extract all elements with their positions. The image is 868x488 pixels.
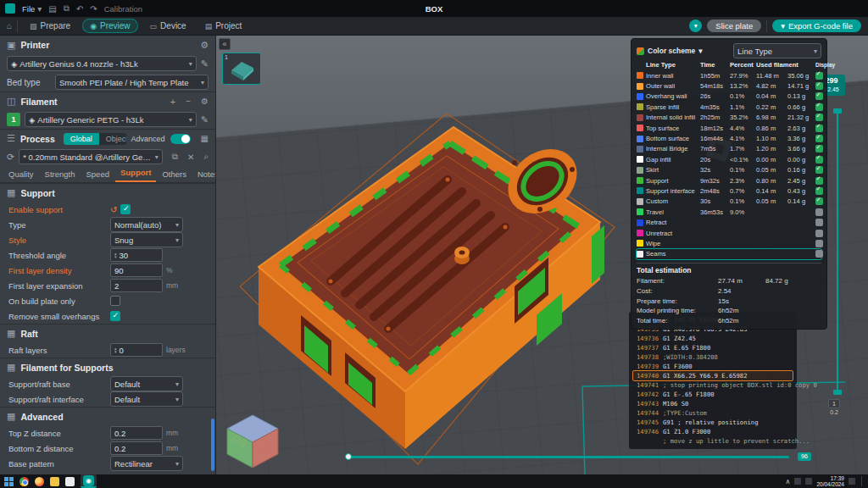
tab-prepare[interactable]: ▧ Prepare (23, 19, 77, 32)
display-checkbox[interactable] (815, 72, 823, 80)
chrome-icon[interactable] (19, 477, 29, 486)
support-style-select[interactable]: Snug ▾ (110, 232, 183, 247)
legend-row[interactable]: Gap infill20s<0.1%0.00 m0.00 g (637, 154, 821, 164)
tab-support[interactable]: Support (115, 165, 156, 182)
copy-icon[interactable]: ⧉ (64, 3, 70, 14)
display-checkbox[interactable] (815, 177, 823, 185)
legend-row[interactable]: Wipe (637, 238, 821, 248)
viewport-3d[interactable]: 01 (216, 36, 868, 474)
navigation-cube[interactable] (221, 405, 284, 469)
legend-row[interactable]: Skirt32s0.1%0.05 m0.16 g (637, 165, 821, 175)
legend-row[interactable]: Sparse infill4m35s1.1%0.22 m0.66 g (637, 102, 821, 112)
display-checkbox[interactable] (815, 114, 823, 121)
display-checkbox[interactable] (815, 82, 823, 90)
filament-slot-badge[interactable]: 1 (7, 113, 20, 126)
filament-settings-gear-icon[interactable]: ⚙ (201, 97, 209, 106)
legend-row-seams[interactable]: Seams (637, 249, 821, 259)
orcaslicer-taskbar-button[interactable]: ◉ (81, 474, 97, 488)
tray-expand-icon[interactable]: ∧ (786, 478, 791, 485)
layer-slider-bottom-handle[interactable] (833, 390, 842, 395)
app-icon[interactable] (65, 477, 75, 486)
copy-preset-icon[interactable]: ⧉ (172, 152, 178, 162)
taskbar-clock[interactable]: 17:3920/04/2024 (816, 475, 844, 487)
legend-row[interactable]: Travel36m53s9.0% (637, 207, 821, 217)
redo-icon[interactable]: ↷ (90, 4, 97, 14)
first-layer-expansion-field[interactable]: 2 (110, 279, 163, 292)
view-type-select[interactable]: Line Type ▾ (733, 43, 821, 58)
new-file-icon[interactable]: ▤ (48, 4, 56, 14)
color-scheme-label[interactable]: Color scheme ▾ (637, 47, 703, 55)
first-layer-density-field[interactable]: 90 (110, 263, 163, 277)
global-objects-switch[interactable]: Global Objects (64, 133, 126, 145)
export-options-icon[interactable]: ▾ (781, 21, 785, 30)
filament-preset-select[interactable]: ◈ Artillery Generic PETG - h3Lk ▾ (25, 112, 197, 127)
move-slider-track[interactable] (350, 456, 789, 458)
display-checkbox[interactable] (815, 166, 823, 174)
remove-small-overhangs-checkbox[interactable] (110, 311, 120, 321)
tab-preview[interactable]: ◉ Preview (82, 19, 137, 33)
legend-row[interactable]: Outer wall54m18s13.2%4.82 m14.71 g (637, 80, 821, 91)
legend-row[interactable]: Support9m32s2.3%0.80 m2.45 g (637, 175, 821, 186)
filament-section-header[interactable]: ◫ Filament + − ⚙ (0, 92, 215, 110)
tab-others[interactable]: Others (157, 167, 192, 182)
layer-slider-top-handle[interactable] (833, 108, 842, 114)
display-checkbox[interactable] (815, 197, 823, 205)
layer-slider-track[interactable] (837, 112, 838, 391)
firefox-icon[interactable] (35, 477, 44, 486)
tab-notes[interactable]: Notes (192, 167, 216, 182)
threshold-angle-stepper[interactable]: ▴▾ 30 (110, 248, 163, 262)
layer-slider[interactable]: 299 42.45 1 0.2 (833, 75, 842, 415)
legend-row[interactable]: Top surface18m12s4.4%0.86 m2.63 g (637, 123, 821, 133)
home-icon[interactable]: ⌂ (7, 21, 12, 30)
process-section-header[interactable]: ☰ Process Global Objects Advanced ▦ (0, 129, 215, 147)
printer-settings-gear-icon[interactable]: ⚙ (200, 40, 209, 51)
display-checkbox[interactable] (815, 125, 823, 132)
enable-support-checkbox[interactable] (120, 204, 131, 214)
file-menu[interactable]: File▾ (22, 4, 42, 14)
legend-row[interactable]: Internal solid infill2h25m35.2%6.98 m21.… (637, 113, 821, 123)
bottom-z-distance-field[interactable]: 0.2 (110, 441, 163, 455)
display-checkbox[interactable] (815, 135, 823, 142)
refresh-icon[interactable]: ⟳ (7, 152, 14, 163)
legend-row[interactable]: Internal Bridge7m5s1.7%1.20 m3.66 g (637, 144, 821, 154)
edit-filament-icon[interactable]: ✎ (201, 114, 209, 125)
support-raft-interface-select[interactable]: Default ▾ (110, 391, 183, 407)
move-slider-handle[interactable] (345, 453, 352, 460)
support-type-select[interactable]: Normal(auto) ▾ (110, 217, 183, 232)
support-raft-base-select[interactable]: Default ▾ (110, 376, 183, 391)
legend-row[interactable]: Unretract (637, 228, 821, 238)
legend-row[interactable]: Overhang wall26s0.1%0.04 m0.13 g (637, 92, 821, 102)
move-slider[interactable]: 96 (343, 452, 811, 461)
calibration-menu[interactable]: Calibration (104, 4, 142, 14)
printer-preset-select[interactable]: ◈ Artillery Genius 0.4 nozzle - h3Lk ▾ (7, 56, 197, 71)
edit-printer-icon[interactable]: ✎ (201, 58, 209, 69)
remove-filament-icon[interactable]: − (186, 97, 191, 106)
display-checkbox[interactable] (815, 250, 823, 258)
undo-icon[interactable]: ↶ (76, 4, 83, 14)
notifications-icon[interactable] (849, 478, 855, 485)
export-gcode-button[interactable]: ▾ Export G-code file (772, 19, 861, 32)
file-explorer-icon[interactable] (50, 477, 59, 486)
collapse-sidebar-icon[interactable]: « (219, 38, 231, 50)
display-checkbox[interactable] (815, 219, 823, 226)
legend-row[interactable]: Bottom surface16m44s4.1%1.10 m3.36 g (637, 133, 821, 143)
display-checkbox[interactable] (815, 156, 823, 164)
display-checkbox[interactable] (815, 92, 823, 100)
network-icon[interactable] (794, 478, 801, 485)
display-checkbox[interactable] (815, 240, 823, 247)
slice-plate-button[interactable]: Slice plate (707, 19, 761, 32)
reset-value-icon[interactable]: ↺ (110, 205, 117, 214)
plate-thumbnail[interactable]: 1 (222, 53, 261, 85)
tab-project[interactable]: ▤ Project (198, 19, 249, 32)
on-build-plate-only-checkbox[interactable] (110, 296, 120, 306)
tab-device[interactable]: ▭ Device (143, 19, 193, 32)
display-checkbox[interactable] (815, 103, 823, 111)
start-button[interactable] (4, 477, 14, 486)
tab-speed[interactable]: Speed (81, 167, 114, 182)
top-z-distance-field[interactable]: 0.2 (110, 426, 163, 440)
sidebar-scrollbar[interactable] (211, 419, 214, 471)
printer-section-header[interactable]: ▣ Printer ⚙ (0, 36, 215, 54)
legend-row[interactable]: Custom30s0.1%0.05 m0.14 g (637, 197, 821, 207)
delete-preset-icon[interactable]: ✕ (187, 152, 194, 162)
display-checkbox[interactable] (815, 145, 823, 152)
